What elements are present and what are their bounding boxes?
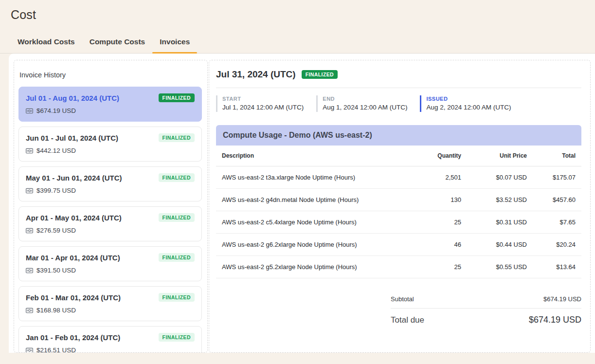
invoice-period: Jul 01 - Aug 01, 2024 (UTC) [26, 94, 119, 102]
invoice-card-top: Jun 01 - Jul 01, 2024 (UTC) FINALIZED [26, 133, 195, 142]
invoice-card-top: Jan 01 - Feb 01, 2024 (UTC) FINALIZED [26, 333, 195, 342]
invoice-status-badge: FINALIZED [159, 333, 195, 342]
invoice-amount: $216.51 USD [36, 346, 76, 353]
tab-compute-costs[interactable]: Compute Costs [82, 37, 153, 53]
invoice-amount-row: $399.75 USD [26, 187, 195, 194]
invoice-detail-panel: Jul 31, 2024 (UTC) FINALIZED START Jul 1… [209, 60, 591, 353]
usage-value: $3.52 USD [467, 189, 533, 211]
invoice-period: Jun 01 - Jul 01, 2024 (UTC) [26, 134, 118, 142]
invoice-status-badge: FINALIZED [159, 173, 195, 182]
invoice-amount: $674.19 USD [36, 107, 76, 114]
invoice-period: Apr 01 - May 01, 2024 (UTC) [26, 214, 122, 222]
invoice-history-panel: Invoice History Jul 01 - Aug 01, 2024 (U… [14, 60, 208, 353]
usage-value: 2,501 [406, 166, 467, 189]
invoice-card-top: May 01 - Jun 01, 2024 (UTC) FINALIZED [26, 173, 195, 182]
usage-table-row: AWS us-east-2 g5.2xlarge Node Uptime (Ho… [216, 256, 581, 278]
invoice-card[interactable]: Jan 01 - Feb 01, 2024 (UTC) FINALIZED $2… [18, 326, 202, 353]
invoice-period: Mar 01 - Apr 01, 2024 (UTC) [26, 254, 120, 262]
invoice-history-title: Invoice History [19, 71, 202, 79]
usage-value: $0.07 USD [467, 166, 533, 189]
content-panel: Invoice History Jul 01 - Aug 01, 2024 (U… [9, 54, 595, 353]
usage-section-header: Compute Usage - Demo (AWS us-east-2) [216, 125, 581, 146]
invoice-card[interactable]: Jun 01 - Jul 01, 2024 (UTC) FINALIZED $4… [18, 127, 202, 162]
invoice-amount-row: $168.98 USD [26, 307, 195, 314]
invoice-list: Jul 01 - Aug 01, 2024 (UTC) FINALIZED $6… [18, 87, 202, 353]
usage-value: $0.55 USD [467, 256, 533, 278]
invoice-card[interactable]: Feb 01 - Mar 01, 2024 (UTC) FINALIZED $1… [18, 286, 202, 321]
page-header: Cost Workload CostsCompute CostsInvoices [0, 8, 595, 54]
tab-bar: Workload CostsCompute CostsInvoices [0, 37, 595, 54]
invoice-amount-row: $276.59 USD [26, 227, 195, 234]
invoice-card-top: Jul 01 - Aug 01, 2024 (UTC) FINALIZED [26, 93, 195, 102]
meta-value: Aug 1, 2024 12:00 AM (UTC) [323, 104, 407, 111]
invoice-amount: $276.59 USD [36, 227, 76, 234]
money-icon [26, 268, 33, 273]
invoice-summary: Subtotal $674.19 USD Total due $674.19 U… [391, 290, 581, 331]
usage-value: $7.65 [533, 211, 581, 234]
invoice-status-badge: FINALIZED [159, 213, 195, 222]
total-due-label: Total due [391, 315, 424, 325]
usage-value: $457.60 [533, 189, 581, 211]
invoice-detail-title: Jul 31, 2024 (UTC) [216, 69, 296, 80]
meta-label: ISSUED [426, 96, 511, 102]
invoice-card-top: Mar 01 - Apr 01, 2024 (UTC) FINALIZED [26, 253, 195, 262]
usage-table-header-row: DescriptionQuantityUnit PriceTotal [216, 146, 581, 166]
invoice-card-top: Apr 01 - May 01, 2024 (UTC) FINALIZED [26, 213, 195, 222]
meta-value: Jul 1, 2024 12:00 AM (UTC) [222, 104, 304, 111]
invoice-amount-row: $216.51 USD [26, 346, 195, 353]
usage-table-row: AWS us-east-2 t3a.xlarge Node Uptime (Ho… [216, 166, 581, 189]
usage-value: 130 [406, 189, 467, 211]
money-icon [26, 148, 33, 154]
invoice-detail-header: Jul 31, 2024 (UTC) FINALIZED [216, 69, 581, 80]
tab-invoices[interactable]: Invoices [152, 37, 197, 53]
subtotal-value: $674.19 USD [543, 295, 581, 303]
invoice-card[interactable]: Mar 01 - Apr 01, 2024 (UTC) FINALIZED $3… [18, 246, 202, 281]
invoice-amount-row: $391.50 USD [26, 267, 195, 274]
usage-description: AWS us-east-2 g4dn.metal Node Uptime (Ho… [216, 189, 406, 211]
usage-col-header: Description [216, 146, 406, 166]
invoice-card[interactable]: Jul 01 - Aug 01, 2024 (UTC) FINALIZED $6… [18, 87, 202, 122]
invoice-amount-row: $674.19 USD [26, 107, 195, 114]
invoice-card[interactable]: May 01 - Jun 01, 2024 (UTC) FINALIZED $3… [18, 166, 202, 201]
usage-table-row: AWS us-east-2 g6.2xlarge Node Uptime (Ho… [216, 234, 581, 256]
usage-value: $0.44 USD [467, 234, 533, 256]
tab-workload-costs[interactable]: Workload Costs [10, 37, 82, 53]
subtotal-label: Subtotal [391, 295, 414, 303]
usage-col-header: Unit Price [467, 146, 533, 166]
usage-value: 25 [406, 211, 467, 234]
usage-value: $13.64 [533, 256, 581, 278]
usage-value: $20.24 [533, 234, 581, 256]
usage-table-row: AWS us-east-2 c5.4xlarge Node Uptime (Ho… [216, 211, 581, 234]
invoice-status-badge: FINALIZED [159, 293, 195, 302]
usage-value: $175.07 [533, 166, 581, 189]
invoice-status-badge: FINALIZED [159, 253, 195, 262]
usage-col-header: Total [533, 146, 581, 166]
page-title: Cost [11, 8, 595, 22]
money-icon [26, 108, 33, 114]
invoice-meta-stat: ISSUED Aug 2, 2024 12:00 AM (UTC) [420, 95, 511, 112]
money-icon [26, 308, 33, 313]
usage-description: AWS us-east-2 g6.2xlarge Node Uptime (Ho… [216, 234, 406, 256]
invoice-detail-status-badge: FINALIZED [302, 70, 338, 79]
invoice-meta-stat: END Aug 1, 2024 12:00 AM (UTC) [316, 95, 407, 112]
money-icon [26, 347, 33, 353]
invoice-status-badge: FINALIZED [159, 93, 195, 102]
invoice-meta-row: START Jul 1, 2024 12:00 AM (UTC) END Aug… [216, 95, 581, 112]
invoice-amount: $399.75 USD [36, 187, 76, 194]
usage-description: AWS us-east-2 g5.2xlarge Node Uptime (Ho… [216, 256, 406, 278]
invoice-card[interactable]: Apr 01 - May 01, 2024 (UTC) FINALIZED $2… [18, 206, 202, 241]
subtotal-row: Subtotal $674.19 USD [391, 290, 581, 308]
meta-value: Aug 2, 2024 12:00 AM (UTC) [426, 104, 511, 111]
invoice-meta-stat: START Jul 1, 2024 12:00 AM (UTC) [216, 95, 304, 112]
invoice-amount: $168.98 USD [36, 307, 76, 314]
invoice-card-top: Feb 01 - Mar 01, 2024 (UTC) FINALIZED [26, 293, 195, 302]
meta-label: END [323, 96, 407, 102]
invoice-status-badge: FINALIZED [159, 133, 195, 142]
invoice-amount: $391.50 USD [36, 267, 76, 274]
usage-description: AWS us-east-2 t3a.xlarge Node Uptime (Ho… [216, 166, 406, 189]
invoice-period: Feb 01 - Mar 01, 2024 (UTC) [26, 293, 121, 302]
usage-description: AWS us-east-2 c5.4xlarge Node Uptime (Ho… [216, 211, 406, 234]
invoice-period: May 01 - Jun 01, 2024 (UTC) [26, 174, 122, 182]
detail-divider [216, 88, 581, 88]
usage-value: 25 [406, 256, 467, 278]
